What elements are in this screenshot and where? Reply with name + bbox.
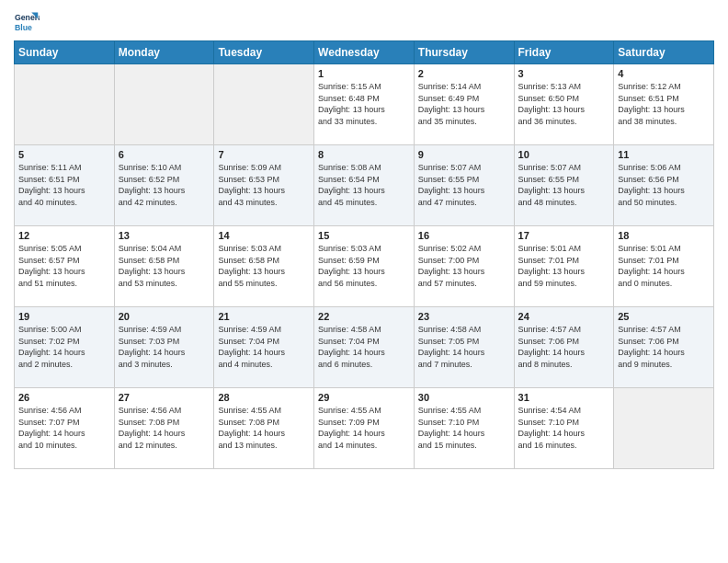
- page-header: General Blue: [14, 9, 714, 35]
- day-cell: 1Sunrise: 5:15 AM Sunset: 6:48 PM Daylig…: [314, 64, 415, 145]
- day-cell: 9Sunrise: 5:07 AM Sunset: 6:55 PM Daylig…: [414, 145, 514, 226]
- day-cell: 4Sunrise: 5:12 AM Sunset: 6:51 PM Daylig…: [614, 64, 714, 145]
- day-info: Sunrise: 5:07 AM Sunset: 6:55 PM Dayligh…: [418, 162, 510, 208]
- day-number: 28: [218, 392, 310, 403]
- day-cell: 6Sunrise: 5:10 AM Sunset: 6:52 PM Daylig…: [114, 145, 214, 226]
- day-info: Sunrise: 5:12 AM Sunset: 6:51 PM Dayligh…: [618, 81, 710, 127]
- day-cell: 17Sunrise: 5:01 AM Sunset: 7:01 PM Dayli…: [514, 226, 614, 307]
- day-info: Sunrise: 4:55 AM Sunset: 7:10 PM Dayligh…: [418, 405, 510, 451]
- day-info: Sunrise: 5:03 AM Sunset: 6:59 PM Dayligh…: [318, 243, 410, 289]
- day-cell: 23Sunrise: 4:58 AM Sunset: 7:05 PM Dayli…: [414, 307, 514, 388]
- week-row-2: 5Sunrise: 5:11 AM Sunset: 6:51 PM Daylig…: [15, 145, 714, 226]
- day-number: 26: [18, 392, 110, 403]
- day-info: Sunrise: 5:05 AM Sunset: 6:57 PM Dayligh…: [18, 243, 110, 289]
- day-cell: 14Sunrise: 5:03 AM Sunset: 6:58 PM Dayli…: [214, 226, 314, 307]
- day-number: 1: [318, 68, 410, 79]
- day-cell: 10Sunrise: 5:07 AM Sunset: 6:55 PM Dayli…: [514, 145, 614, 226]
- day-number: 31: [518, 392, 610, 403]
- day-info: Sunrise: 4:56 AM Sunset: 7:08 PM Dayligh…: [119, 405, 210, 451]
- day-number: 4: [618, 68, 710, 79]
- day-cell: 18Sunrise: 5:01 AM Sunset: 7:01 PM Dayli…: [614, 226, 714, 307]
- svg-text:Blue: Blue: [15, 23, 32, 32]
- day-number: 7: [218, 149, 310, 160]
- day-number: 14: [218, 230, 310, 241]
- header-row: SundayMondayTuesdayWednesdayThursdayFrid…: [15, 41, 714, 64]
- day-number: 16: [418, 230, 510, 241]
- day-cell: [15, 64, 115, 145]
- day-info: Sunrise: 4:59 AM Sunset: 7:04 PM Dayligh…: [218, 324, 310, 370]
- day-info: Sunrise: 4:55 AM Sunset: 7:08 PM Dayligh…: [218, 405, 310, 451]
- day-info: Sunrise: 5:01 AM Sunset: 7:01 PM Dayligh…: [518, 243, 610, 289]
- day-cell: 21Sunrise: 4:59 AM Sunset: 7:04 PM Dayli…: [214, 307, 314, 388]
- day-number: 30: [418, 392, 510, 403]
- day-cell: 12Sunrise: 5:05 AM Sunset: 6:57 PM Dayli…: [15, 226, 115, 307]
- day-info: Sunrise: 5:09 AM Sunset: 6:53 PM Dayligh…: [218, 162, 310, 208]
- day-cell: 29Sunrise: 4:55 AM Sunset: 7:09 PM Dayli…: [314, 388, 415, 469]
- day-info: Sunrise: 4:57 AM Sunset: 7:06 PM Dayligh…: [518, 324, 610, 370]
- day-number: 2: [418, 68, 510, 79]
- day-cell: 15Sunrise: 5:03 AM Sunset: 6:59 PM Dayli…: [314, 226, 415, 307]
- day-info: Sunrise: 5:01 AM Sunset: 7:01 PM Dayligh…: [618, 243, 710, 289]
- day-info: Sunrise: 5:15 AM Sunset: 6:48 PM Dayligh…: [318, 81, 410, 127]
- day-number: 25: [618, 311, 710, 322]
- day-number: 21: [218, 311, 310, 322]
- day-info: Sunrise: 4:55 AM Sunset: 7:09 PM Dayligh…: [318, 405, 410, 451]
- day-cell: 26Sunrise: 4:56 AM Sunset: 7:07 PM Dayli…: [15, 388, 115, 469]
- day-info: Sunrise: 4:54 AM Sunset: 7:10 PM Dayligh…: [518, 405, 610, 451]
- day-number: 12: [18, 230, 110, 241]
- day-number: 20: [119, 311, 210, 322]
- day-cell: 3Sunrise: 5:13 AM Sunset: 6:50 PM Daylig…: [514, 64, 614, 145]
- day-cell: 20Sunrise: 4:59 AM Sunset: 7:03 PM Dayli…: [114, 307, 214, 388]
- header-cell-thursday: Thursday: [414, 41, 514, 64]
- day-cell: [114, 64, 214, 145]
- day-cell: 8Sunrise: 5:08 AM Sunset: 6:54 PM Daylig…: [314, 145, 415, 226]
- week-row-4: 19Sunrise: 5:00 AM Sunset: 7:02 PM Dayli…: [15, 307, 714, 388]
- day-info: Sunrise: 5:13 AM Sunset: 6:50 PM Dayligh…: [518, 81, 610, 127]
- day-cell: 22Sunrise: 4:58 AM Sunset: 7:04 PM Dayli…: [314, 307, 415, 388]
- day-cell: 16Sunrise: 5:02 AM Sunset: 7:00 PM Dayli…: [414, 226, 514, 307]
- day-number: 23: [418, 311, 510, 322]
- week-row-1: 1Sunrise: 5:15 AM Sunset: 6:48 PM Daylig…: [15, 64, 714, 145]
- day-cell: [614, 388, 714, 469]
- day-cell: 28Sunrise: 4:55 AM Sunset: 7:08 PM Dayli…: [214, 388, 314, 469]
- day-cell: 30Sunrise: 4:55 AM Sunset: 7:10 PM Dayli…: [414, 388, 514, 469]
- logo: General Blue: [14, 9, 43, 35]
- day-cell: 2Sunrise: 5:14 AM Sunset: 6:49 PM Daylig…: [414, 64, 514, 145]
- header-cell-monday: Monday: [114, 41, 214, 64]
- header-cell-sunday: Sunday: [15, 41, 115, 64]
- day-cell: 27Sunrise: 4:56 AM Sunset: 7:08 PM Dayli…: [114, 388, 214, 469]
- day-number: 17: [518, 230, 610, 241]
- week-row-3: 12Sunrise: 5:05 AM Sunset: 6:57 PM Dayli…: [15, 226, 714, 307]
- day-cell: 7Sunrise: 5:09 AM Sunset: 6:53 PM Daylig…: [214, 145, 314, 226]
- day-info: Sunrise: 5:03 AM Sunset: 6:58 PM Dayligh…: [218, 243, 310, 289]
- day-number: 10: [518, 149, 610, 160]
- day-info: Sunrise: 4:58 AM Sunset: 7:05 PM Dayligh…: [418, 324, 510, 370]
- calendar-table: SundayMondayTuesdayWednesdayThursdayFrid…: [14, 40, 714, 469]
- day-cell: 19Sunrise: 5:00 AM Sunset: 7:02 PM Dayli…: [15, 307, 115, 388]
- day-info: Sunrise: 5:07 AM Sunset: 6:55 PM Dayligh…: [518, 162, 610, 208]
- header-cell-friday: Friday: [514, 41, 614, 64]
- day-info: Sunrise: 5:14 AM Sunset: 6:49 PM Dayligh…: [418, 81, 510, 127]
- day-number: 13: [119, 230, 210, 241]
- logo-icon: General Blue: [14, 9, 40, 35]
- day-number: 24: [518, 311, 610, 322]
- day-number: 27: [119, 392, 210, 403]
- day-info: Sunrise: 4:56 AM Sunset: 7:07 PM Dayligh…: [18, 405, 110, 451]
- day-number: 19: [18, 311, 110, 322]
- day-cell: [214, 64, 314, 145]
- day-cell: 24Sunrise: 4:57 AM Sunset: 7:06 PM Dayli…: [514, 307, 614, 388]
- header-cell-tuesday: Tuesday: [214, 41, 314, 64]
- day-info: Sunrise: 5:06 AM Sunset: 6:56 PM Dayligh…: [618, 162, 710, 208]
- day-cell: 31Sunrise: 4:54 AM Sunset: 7:10 PM Dayli…: [514, 388, 614, 469]
- day-number: 3: [518, 68, 610, 79]
- day-cell: 5Sunrise: 5:11 AM Sunset: 6:51 PM Daylig…: [15, 145, 115, 226]
- day-info: Sunrise: 5:11 AM Sunset: 6:51 PM Dayligh…: [18, 162, 110, 208]
- week-row-5: 26Sunrise: 4:56 AM Sunset: 7:07 PM Dayli…: [15, 388, 714, 469]
- day-info: Sunrise: 5:04 AM Sunset: 6:58 PM Dayligh…: [119, 243, 210, 289]
- day-cell: 25Sunrise: 4:57 AM Sunset: 7:06 PM Dayli…: [614, 307, 714, 388]
- day-number: 5: [18, 149, 110, 160]
- day-cell: 11Sunrise: 5:06 AM Sunset: 6:56 PM Dayli…: [614, 145, 714, 226]
- header-cell-wednesday: Wednesday: [314, 41, 415, 64]
- day-number: 22: [318, 311, 410, 322]
- day-info: Sunrise: 5:00 AM Sunset: 7:02 PM Dayligh…: [18, 324, 110, 370]
